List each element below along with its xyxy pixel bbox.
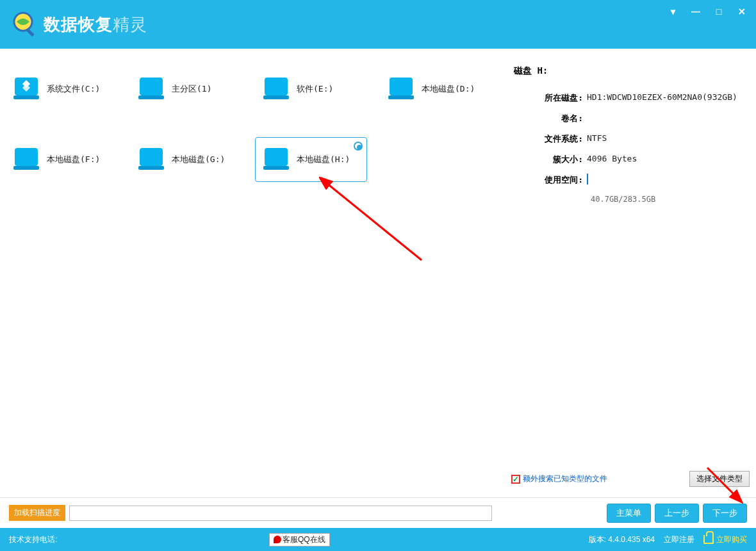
info-row-fs: 文件系统: NTFS [511, 133, 750, 145]
info-label: 文件系统: [511, 133, 587, 145]
radio-selected-icon [354, 142, 363, 151]
register-link[interactable]: 立即注册 [664, 534, 694, 545]
usage-bar [587, 174, 588, 185]
prev-button[interactable]: 上一步 [655, 504, 699, 523]
disk-item-e[interactable]: 软件(E:) [255, 67, 380, 111]
logo-icon [10, 10, 38, 38]
app-title-main: 数据恢复 [44, 13, 113, 36]
svg-rect-2 [13, 95, 39, 99]
maximize-icon[interactable]: □ [714, 6, 724, 17]
info-row-usage: 使用空间: [511, 174, 750, 186]
disk-item-primary[interactable]: 主分区(1) [130, 67, 255, 111]
svg-rect-1 [26, 28, 34, 37]
disk-item-c[interactable]: 系统文件(C:) [5, 67, 130, 111]
progress-input[interactable] [69, 506, 492, 521]
disk-label: 本地磁盘(H:) [297, 154, 350, 165]
load-progress-button[interactable]: 加载扫描进度 [9, 505, 65, 521]
info-label: 簇大小: [511, 154, 587, 165]
app-title-suffix: 精灵 [113, 13, 147, 36]
disk-label: 主分区(1) [172, 83, 211, 95]
disk-system-icon [11, 76, 42, 102]
disk-item-d[interactable]: 本地磁盘(D:) [380, 67, 505, 111]
info-title: 磁盘 H: [511, 65, 750, 77]
info-label: 使用空间: [511, 174, 587, 186]
disk-label: 本地磁盘(D:) [422, 83, 475, 95]
close-icon[interactable]: ✕ [737, 6, 747, 17]
disk-label: 本地磁盘(F:) [47, 154, 100, 165]
disk-icon [261, 147, 292, 172]
disk-icon [136, 147, 167, 172]
info-row-disk: 所在磁盘: HD1:WDCWD10EZEX-60M2NA0(932GB) [511, 92, 750, 104]
footer-bar: 技术支持电话: 客服QQ在线 版本: 4.4.0.435 x64 立即注册 立即… [0, 528, 756, 551]
extra-options-row: ✓ 额外搜索已知类型的文件 选择文件类型 [511, 471, 750, 487]
disk-label: 系统文件(C:) [47, 83, 100, 95]
disk-label: 本地磁盘(G:) [172, 154, 225, 165]
action-bar: 加载扫描进度 主菜单 上一步 下一步 [0, 497, 756, 528]
version-text: 版本: 4.4.0.435 x64 [589, 534, 655, 545]
disk-item-g[interactable]: 本地磁盘(G:) [130, 137, 255, 182]
dropdown-icon[interactable]: ▾ [668, 6, 678, 17]
buy-label: 立即购买 [716, 534, 747, 545]
cart-icon [703, 535, 714, 544]
svg-rect-5 [388, 95, 414, 99]
svg-rect-3 [138, 95, 164, 99]
disk-item-h[interactable]: 本地磁盘(H:) [255, 137, 367, 182]
disk-select-pane: 系统文件(C:) 主分区(1) 软件(E:) [0, 49, 505, 497]
svg-rect-8 [263, 166, 289, 170]
disk-icon [11, 147, 42, 172]
disk-grid: 系统文件(C:) 主分区(1) 软件(E:) [5, 67, 505, 208]
info-row-cluster: 簇大小: 4096 Bytes [511, 154, 750, 165]
minimize-icon[interactable]: — [691, 6, 701, 17]
qq-icon [274, 536, 281, 543]
main-content: 系统文件(C:) 主分区(1) 软件(E:) [0, 49, 756, 497]
select-file-type-button[interactable]: 选择文件类型 [689, 471, 750, 487]
info-value: NTFS [587, 133, 607, 145]
disk-label: 软件(E:) [297, 83, 333, 95]
extra-search-checkbox[interactable]: ✓ [511, 475, 520, 484]
buy-link[interactable]: 立即购买 [703, 534, 747, 545]
svg-rect-6 [13, 166, 39, 170]
support-phone: 技术支持电话: [9, 534, 57, 545]
qq-label: 客服QQ在线 [283, 534, 325, 545]
disk-info-panel: 磁盘 H: 所在磁盘: HD1:WDCWD10EZEX-60M2NA0(932G… [505, 49, 756, 497]
usage-text: 40.7GB/283.5GB [591, 195, 750, 204]
main-menu-button[interactable]: 主菜单 [607, 504, 651, 523]
extra-search-label: 额外搜索已知类型的文件 [523, 473, 607, 484]
disk-icon [386, 76, 416, 102]
qq-support-badge[interactable]: 客服QQ在线 [269, 533, 330, 547]
info-label: 卷名: [511, 113, 587, 124]
info-value: 4096 Bytes [587, 154, 637, 165]
info-value: HD1:WDCWD10EZEX-60M2NA0(932GB) [587, 92, 737, 104]
info-label: 所在磁盘: [511, 92, 587, 104]
disk-item-f[interactable]: 本地磁盘(F:) [5, 137, 130, 182]
svg-rect-7 [138, 166, 164, 170]
title-bar: 数据恢复精灵 ▾ — □ ✕ [0, 0, 756, 49]
svg-rect-4 [263, 95, 289, 99]
next-button[interactable]: 下一步 [703, 504, 747, 523]
disk-icon [136, 76, 167, 102]
support-label: 技术支持电话: [9, 534, 57, 545]
info-row-volume: 卷名: [511, 113, 750, 124]
app-logo: 数据恢复精灵 [10, 10, 147, 38]
disk-icon [261, 76, 292, 102]
